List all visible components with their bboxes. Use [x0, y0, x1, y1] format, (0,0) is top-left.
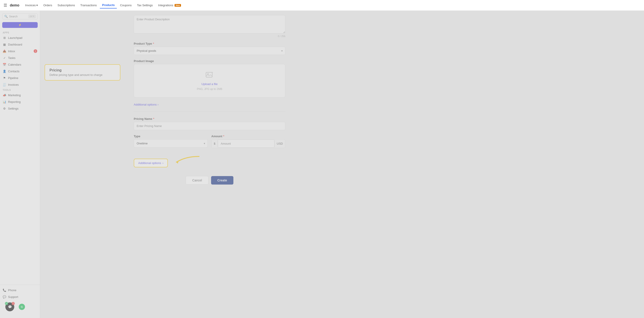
chat-badge-21: 21: [5, 302, 8, 305]
upload-link[interactable]: Upload a file: [202, 82, 218, 86]
sidebar: 🔍 Search ctrl K ⚡ Apps ⊞ Launchpad ▦ Das…: [0, 11, 40, 318]
amount-group: Amount * $ USD: [211, 135, 285, 148]
type-select[interactable]: Onetime Recurring: [134, 139, 208, 148]
inbox-badge: 1: [34, 49, 37, 53]
hamburger-icon[interactable]: ☰: [4, 3, 7, 8]
create-button[interactable]: Create: [211, 176, 234, 185]
main-content: Pricing Define pricing type and amount t…: [40, 11, 644, 318]
description-textarea[interactable]: [134, 15, 285, 34]
product-type-label: Product Type *: [134, 42, 285, 45]
sidebar-item-inbox[interactable]: 📥 Inbox 1: [0, 48, 40, 55]
chart-icon: ▦: [3, 43, 6, 46]
pricing-section-desc: Define pricing type and amount to charge: [50, 73, 116, 77]
form-actions: Cancel Create: [134, 176, 285, 189]
pipeline-icon: ⚑: [3, 76, 6, 80]
sidebar-item-launchpad[interactable]: ⊞ Launchpad: [0, 34, 40, 41]
additional-options-1[interactable]: Additional options ›: [134, 102, 285, 107]
search-bar[interactable]: 🔍 Search ctrl K: [2, 14, 38, 20]
amount-input-wrap: $ USD: [211, 139, 285, 148]
description-group: 0 / 256: [134, 15, 285, 38]
product-type-group: Product Type * Physical goods Digital go…: [134, 42, 285, 55]
amount-required: *: [223, 135, 224, 138]
sidebar-item-settings[interactable]: ⚙ Settings: [0, 105, 40, 112]
nav-subscriptions[interactable]: Subscriptions: [55, 2, 77, 8]
nav-tax-settings[interactable]: Tax Settings: [135, 2, 155, 8]
top-nav: ☰ demo Invoices ▾ Orders Subscriptions T…: [0, 0, 644, 11]
inbox-icon: 📥: [3, 49, 6, 53]
apps-section-label: Apps: [0, 31, 40, 34]
left-panel: Pricing Define pricing type and amount t…: [40, 11, 125, 318]
section-divider: [134, 112, 285, 112]
nav-invoices[interactable]: Invoices ▾: [23, 2, 40, 8]
sidebar-item-calendars[interactable]: 📅 Calendars: [0, 61, 40, 68]
pricing-name-label: Pricing Name *: [134, 117, 285, 121]
additional-options-2-row: Additional options ›: [134, 154, 285, 170]
flash-button[interactable]: ⚡: [2, 22, 38, 28]
reporting-icon: 📊: [3, 100, 6, 104]
upload-image-icon: +: [206, 71, 214, 81]
image-upload-area[interactable]: + Upload a file PNG, JPG up to 2MB: [134, 64, 285, 98]
app-logo: demo: [10, 3, 20, 7]
required-asterisk: *: [153, 42, 154, 45]
pricing-name-input[interactable]: [134, 122, 285, 130]
cancel-button[interactable]: Cancel: [186, 176, 208, 185]
svg-text:+: +: [212, 71, 213, 74]
type-amount-row: Type Onetime Recurring ▾ Amount: [134, 135, 285, 152]
type-group: Type Onetime Recurring ▾: [134, 135, 208, 148]
pricing-section-title: Pricing: [50, 68, 116, 72]
dropdown-chevron: ▾: [36, 4, 38, 7]
nav-coupons[interactable]: Coupons: [118, 2, 134, 8]
type-select-wrapper: Onetime Recurring ▾: [134, 139, 208, 148]
type-label: Type: [134, 135, 208, 138]
nav-orders[interactable]: Orders: [41, 2, 54, 8]
support-icon: 💬: [3, 295, 6, 298]
amount-label: Amount *: [211, 135, 285, 138]
product-image-group: Product Image + Upload a file PNG, JPG u…: [134, 59, 285, 98]
sidebar-item-phone[interactable]: 📞 Phone: [0, 287, 40, 293]
calendar-icon: 📅: [3, 63, 6, 66]
amount-input[interactable]: [218, 139, 274, 148]
layout: 🔍 Search ctrl K ⚡ Apps ⊞ Launchpad ▦ Das…: [0, 11, 644, 318]
additional-options-2[interactable]: Additional options ›: [134, 159, 168, 167]
chevron-right-icon-1: ›: [158, 103, 158, 106]
product-image-label: Product Image: [134, 59, 285, 63]
nav-items: Invoices ▾ Orders Subscriptions Transact…: [23, 2, 183, 9]
chat-bubble[interactable]: 💬 7 21: [5, 302, 14, 311]
invoice-icon: 🧾: [3, 83, 6, 86]
amount-suffix: USD: [274, 140, 285, 148]
amount-prefix: $: [212, 140, 218, 148]
integrations-badge: New: [174, 4, 181, 7]
sidebar-item-contacts[interactable]: 👤 Contacts: [0, 68, 40, 75]
nav-products[interactable]: Products: [100, 2, 117, 9]
arrow-svg: [172, 154, 201, 170]
sidebar-item-tasks[interactable]: ✓ Tasks: [0, 55, 40, 61]
chevron-right-icon-2: ›: [162, 161, 164, 165]
pricing-highlight-box: Pricing Define pricing type and amount t…: [44, 64, 120, 81]
nav-transactions[interactable]: Transactions: [78, 2, 99, 8]
tasks-icon: ✓: [3, 56, 6, 60]
sidebar-item-reporting[interactable]: 📊 Reporting: [0, 98, 40, 105]
user-avatar[interactable]: G: [19, 304, 25, 310]
svg-marker-3: [176, 160, 178, 164]
phone-icon: 📞: [3, 288, 6, 292]
char-count: 0 / 256: [134, 35, 285, 38]
search-icon: 🔍: [4, 15, 8, 18]
svg-rect-0: [206, 72, 212, 77]
sidebar-bottom: 📞 Phone 💬 Support 💬 7 21 G: [0, 285, 40, 315]
megaphone-icon: 📣: [3, 93, 6, 97]
product-type-select[interactable]: Physical goods Digital goods Service: [134, 47, 285, 55]
pricing-name-group: Pricing Name *: [134, 117, 285, 130]
nav-integrations[interactable]: Integrations New: [156, 2, 183, 8]
sidebar-item-support[interactable]: 💬 Support: [0, 293, 40, 300]
form-panel: 0 / 256 Product Type * Physical goods Di…: [125, 11, 294, 318]
grid-icon: ⊞: [3, 36, 6, 40]
sidebar-item-marketing[interactable]: 📣 Marketing: [0, 92, 40, 98]
arrow-annotation: [172, 154, 201, 170]
tools-section-label: Tools: [0, 88, 40, 92]
chat-badge-7: 7: [12, 302, 15, 305]
sidebar-item-dashboard[interactable]: ▦ Dashboard: [0, 41, 40, 48]
sidebar-item-invoices[interactable]: 🧾 Invoices: [0, 81, 40, 88]
gear-icon: ⚙: [3, 107, 6, 110]
sidebar-item-pipeline[interactable]: ⚑ Pipeline: [0, 75, 40, 81]
pricing-section: Pricing Name * Type Onetime: [134, 117, 285, 170]
